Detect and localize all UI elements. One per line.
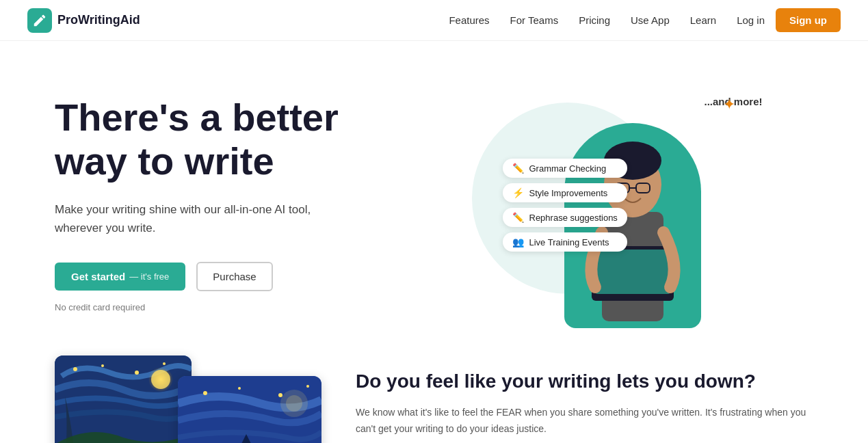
person-area: ✏️ Grammar Checking ⚡ Style Improvements…: [516, 89, 749, 321]
lower-section: My idea in my head Do you feel like your…: [0, 355, 868, 443]
hero-section: There's a better way to write Make your …: [0, 41, 868, 355]
image-card-front: My idea in my head: [178, 376, 321, 443]
logo-icon: [27, 8, 52, 33]
svg-point-17: [238, 387, 241, 390]
grammar-icon: ✏️: [512, 163, 524, 174]
nav-links: Features For Teams Pricing Use App Learn: [449, 14, 716, 26]
starry-night-svg: [55, 355, 192, 443]
svg-point-19: [306, 385, 309, 388]
signup-button[interactable]: Sign up: [776, 8, 841, 32]
pill-style: ⚡ Style Improvements: [503, 183, 627, 202]
lower-title: Do you feel like your writing lets you d…: [356, 369, 813, 394]
pill-rephrase: ✏️ Rephrase suggestions: [503, 208, 627, 227]
logo[interactable]: ProWritingAid: [27, 8, 140, 33]
svg-point-10: [101, 364, 104, 367]
logo-text: ProWritingAid: [57, 13, 140, 27]
style-icon: ⚡: [512, 187, 524, 198]
purchase-button[interactable]: Purchase: [196, 262, 272, 291]
nav-item-for-teams[interactable]: For Teams: [510, 14, 559, 26]
hero-title: There's a better way to write: [55, 96, 451, 184]
hero-left: There's a better way to write Make your …: [55, 82, 451, 312]
pill-training: 👥 Live Training Events: [503, 232, 627, 252]
nav-item-use-app[interactable]: Use App: [631, 14, 670, 26]
starry-night-svg-2: [178, 376, 321, 443]
nav-item-learn[interactable]: Learn: [690, 14, 716, 26]
nav-item-features[interactable]: Features: [449, 14, 489, 26]
svg-rect-2: [595, 250, 670, 294]
nav-item-pricing[interactable]: Pricing: [579, 14, 610, 26]
cta-row: Get started — it's free Purchase: [55, 262, 451, 291]
svg-point-9: [73, 367, 77, 371]
sparkle-icon: ✦: [723, 96, 735, 113]
image-card-back: [55, 355, 192, 443]
training-icon: 👥: [512, 237, 524, 247]
lower-illustration: My idea in my head: [55, 355, 315, 443]
lower-text: We know what it's like to feel the FEAR …: [356, 405, 813, 438]
hero-illustration: ✏️ Grammar Checking ⚡ Style Improvements…: [451, 82, 813, 328]
svg-point-12: [163, 362, 166, 365]
hero-subtitle: Make your writing shine with our all-in-…: [55, 200, 342, 237]
free-tag: — it's free: [129, 271, 169, 282]
pill-grammar: ✏️ Grammar Checking: [503, 159, 627, 178]
rephrase-icon: ✏️: [512, 212, 524, 223]
lower-right: Do you feel like your writing lets you d…: [356, 355, 813, 438]
image-stack: My idea in my head: [55, 355, 301, 443]
login-button[interactable]: Log in: [737, 14, 765, 26]
feature-pills: ✏️ Grammar Checking ⚡ Style Improvements…: [503, 159, 627, 252]
svg-point-21: [286, 395, 302, 412]
navbar: ProWritingAid Features For Teams Pricing…: [0, 0, 868, 41]
svg-point-14: [151, 370, 170, 389]
svg-point-16: [203, 391, 207, 395]
svg-point-11: [135, 371, 139, 375]
logo-svg: [32, 13, 47, 28]
svg-point-18: [278, 393, 282, 397]
no-credit-text: No credit card required: [55, 302, 451, 312]
get-started-button[interactable]: Get started — it's free: [55, 263, 185, 291]
